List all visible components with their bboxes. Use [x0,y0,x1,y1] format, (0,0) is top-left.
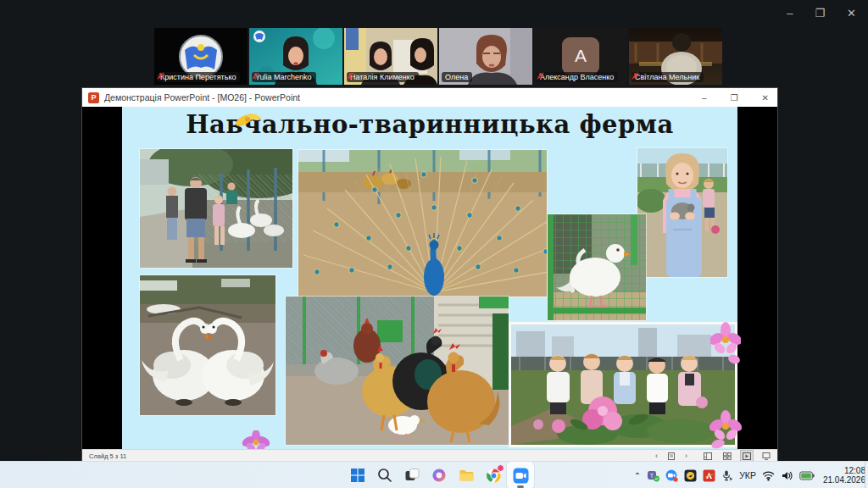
task-view-icon [404,468,420,483]
tray-chevron-icon[interactable]: ⌃ [634,471,641,480]
participant-name-badge: Александр Власенко [537,72,618,82]
participant-name: Наталія Клименко [350,73,415,81]
participant-tile[interactable]: Світлана Мельник [629,28,722,85]
slideshow-view-icon[interactable] [741,451,753,461]
pink-flower-decoration [710,322,741,366]
zoom-tray-icon[interactable] [665,469,678,482]
restore-icon[interactable]: ❐ [815,5,825,22]
participant-name: Yulia Marchenko [255,73,312,81]
mic-in-use-icon[interactable] [721,469,733,482]
start-button[interactable] [344,462,371,488]
next-slide-button[interactable]: › [685,452,687,460]
participant-name-badge: Олена [442,72,472,82]
task-view-button[interactable] [398,462,426,488]
powerpoint-window-controls: – ❐ ✕ [702,88,769,107]
photo-peacock-with-open-tail [298,150,547,297]
presentation-slide: Навчально-тваринницька ферма [122,107,737,449]
close-icon[interactable]: ✕ [762,93,769,103]
yellow-flower-decoration [232,110,263,134]
wifi-icon[interactable] [762,470,775,481]
taskbar-center-icons [344,462,534,488]
antivirus-tray-icon[interactable] [703,469,715,482]
svg-text:T: T [650,473,654,479]
reading-view-icon[interactable] [760,451,772,461]
folder-icon [459,468,475,483]
system-tray: ⌃ T [634,462,865,488]
zoom-app-icon [513,468,529,484]
participant-name: Кристина Перетятько [160,73,236,81]
pink-flower-decoration [709,410,742,449]
slide-sorter-view-icon[interactable] [721,451,733,461]
zoom-app-button[interactable] [507,462,534,488]
slide-title: Навчально-тваринницька ферма [122,110,737,139]
windows-logo-icon [350,468,365,483]
participant-tile[interactable]: Кристина Перетятько [154,28,248,85]
participant-name: Олена [445,73,468,81]
participant-name-badge: Кристина Перетятько [157,72,240,82]
restore-icon[interactable]: ❐ [731,93,738,103]
mic-muted-icon [252,72,259,80]
powerpoint-statusbar: Слайд 5 з 11 ‹ › [82,449,777,462]
mic-muted-icon [347,72,354,80]
chrome-button[interactable] [480,462,507,488]
clock-time: 12:08 [823,466,865,475]
mic-muted-icon [537,72,544,80]
search-icon [377,468,392,483]
photo-chickens-in-yard [286,297,509,445]
slide-menu-icon[interactable] [665,451,677,461]
language-indicator[interactable]: УКР [739,470,756,480]
messenger-tray-icon[interactable] [684,469,697,482]
minimize-icon[interactable]: – [702,93,707,103]
battery-icon[interactable] [799,471,815,480]
zoom-window-controls: – ❐ ✕ [787,5,856,22]
copilot-button[interactable] [426,462,453,488]
pink-flower-decoration [239,430,273,451]
teams-tray-icon[interactable]: T [647,469,659,482]
powerpoint-icon: P [88,92,99,103]
powerpoint-window: P Демонстрація PowerPoint - [МО26] - Pow… [82,88,777,461]
letter-avatar: А [562,37,599,75]
photo-girl-holding-bird [637,148,727,277]
participant-name-badge: Світлана Мельник [632,72,704,82]
photo-two-swans [140,275,275,415]
window-title: Демонстрація PowerPoint - [МО26] - Power… [104,92,300,103]
participant-name-badge: Yulia Marchenko [252,72,316,82]
search-button[interactable] [371,462,398,488]
photo-white-pigeon-in-cage [548,214,646,320]
mic-muted-icon [632,72,639,80]
close-icon[interactable]: ✕ [847,5,856,22]
participant-name: Світлана Мельник [635,73,699,81]
participant-tile[interactable]: Наталія Клименко [344,28,437,85]
photo-children-in-garden-with-peonies [511,324,735,445]
desktop: – ❐ ✕ Кристина Перетятько [0,0,868,488]
participant-tile[interactable]: Yulia Marchenko [249,28,342,85]
show-desktop-button[interactable] [865,462,868,488]
minimize-icon[interactable]: – [787,5,793,22]
participant-name-badge: Наталія Клименко [347,72,419,82]
file-explorer-button[interactable] [453,462,480,488]
participant-name: Александр Власенко [540,73,614,81]
avatar-letter: А [575,46,587,66]
participant-tile[interactable]: А Александр Власенко [534,28,627,85]
taskbar-clock[interactable]: 12:08 21.04.2026 [823,466,865,485]
notification-badge [497,464,504,472]
volume-icon[interactable] [781,470,793,481]
powerpoint-titlebar[interactable]: P Демонстрація PowerPoint - [МО26] - Pow… [82,88,777,107]
clock-date: 21.04.2026 [823,475,865,485]
powerpoint-logo-letter: P [91,93,96,102]
slide-indicator: Слайд 5 з 11 [89,452,126,460]
normal-view-icon[interactable] [702,451,714,461]
copilot-icon [431,468,447,483]
photo-visitors-at-swan-enclosure [140,149,292,268]
taskbar: ⌃ T [0,461,868,488]
participant-tile-active-speaker[interactable]: Олена [439,28,532,85]
previous-slide-button[interactable]: ‹ [655,452,658,460]
mic-muted-icon [157,72,164,80]
